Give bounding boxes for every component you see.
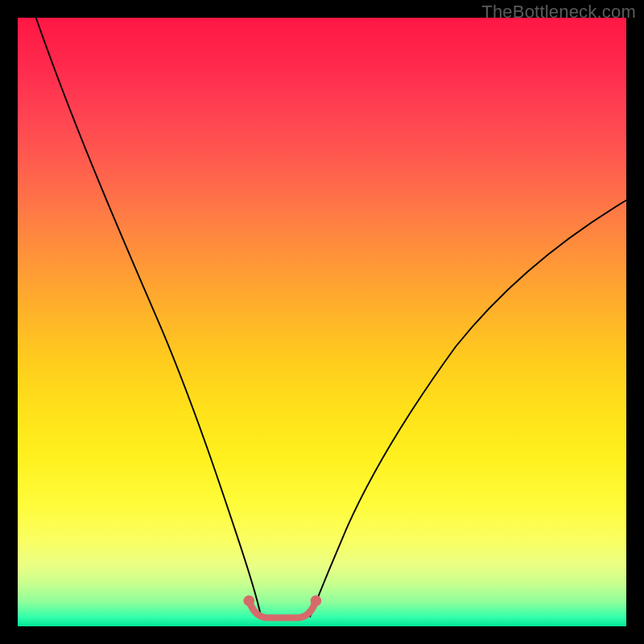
right-curve (310, 200, 626, 617)
guide-dot-left (243, 595, 254, 606)
watermark-text: TheBottleneck.com (481, 2, 636, 23)
left-curve (36, 18, 262, 617)
guide-dot-right (311, 595, 322, 606)
chart-frame: TheBottleneck.com (0, 0, 644, 644)
plot-area (18, 18, 626, 626)
chart-svg (18, 18, 626, 626)
